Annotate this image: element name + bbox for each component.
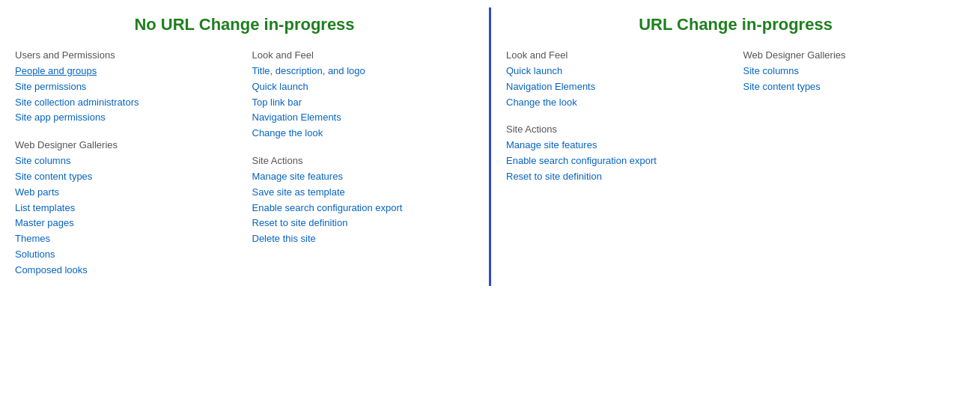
nav-link[interactable]: People and groups [15, 64, 237, 79]
nav-link[interactable]: Site collection administrators [15, 95, 237, 111]
nav-link[interactable]: Title, description, and logo [252, 64, 475, 79]
group-header: Look and Feel [506, 49, 728, 61]
group: Site ActionsManage site featuresEnable s… [506, 124, 728, 184]
nav-link[interactable]: Web parts [15, 185, 237, 201]
left-columns: Users and PermissionsPeople and groupsSi… [15, 49, 474, 278]
right-columns: Look and FeelQuick launchNavigation Elem… [506, 49, 965, 278]
nav-link[interactable]: Change the look [506, 95, 728, 111]
nav-link[interactable]: Site permissions [15, 79, 237, 95]
left-col2: Look and FeelTitle, description, and log… [252, 49, 475, 278]
nav-link[interactable]: Themes [15, 231, 237, 247]
left-col1: Users and PermissionsPeople and groupsSi… [15, 49, 237, 278]
left-title: No URL Change in-progress [15, 15, 474, 34]
nav-link[interactable]: Manage site features [252, 169, 475, 185]
nav-link[interactable]: List templates [15, 201, 237, 216]
nav-link[interactable]: Top link bar [252, 95, 475, 111]
group: Site ActionsManage site featuresSave sit… [252, 155, 475, 247]
left-half: No URL Change in-progress Users and Perm… [0, 7, 491, 286]
nav-link[interactable]: Master pages [15, 216, 237, 231]
nav-link[interactable]: Reset to site definition [506, 169, 728, 185]
group-header: Web Designer Galleries [743, 49, 966, 61]
nav-link[interactable]: Navigation Elements [252, 110, 475, 126]
group-header: Site Actions [506, 124, 728, 135]
nav-link[interactable]: Enable search configuration export [506, 153, 728, 169]
group: Users and PermissionsPeople and groupsSi… [15, 49, 237, 126]
group-header: Look and Feel [252, 49, 475, 61]
nav-link[interactable]: Quick launch [252, 79, 475, 95]
group: Look and FeelQuick launchNavigation Elem… [506, 49, 728, 110]
nav-link[interactable]: Solutions [15, 247, 237, 263]
right-col2: Web Designer GalleriesSite columnsSite c… [743, 49, 966, 278]
nav-link[interactable]: Site columns [15, 153, 237, 169]
right-col1: Look and FeelQuick launchNavigation Elem… [506, 49, 728, 278]
group: Web Designer GalleriesSite columnsSite c… [15, 139, 237, 278]
nav-link[interactable]: Composed looks [15, 263, 237, 278]
nav-link[interactable]: Site content types [743, 79, 966, 95]
group: Web Designer GalleriesSite columnsSite c… [743, 49, 966, 95]
nav-link[interactable]: Site app permissions [15, 110, 237, 126]
nav-link[interactable]: Manage site features [506, 138, 728, 153]
nav-link[interactable]: Site content types [15, 169, 237, 185]
nav-link[interactable]: Enable search configuration export [252, 201, 475, 216]
nav-link[interactable]: Quick launch [506, 64, 728, 79]
nav-link[interactable]: Change the look [252, 126, 475, 141]
right-title: URL Change in-progress [506, 15, 965, 34]
group-header: Site Actions [252, 155, 475, 166]
nav-link[interactable]: Reset to site definition [252, 216, 475, 231]
nav-link[interactable]: Site columns [743, 64, 966, 79]
group-header: Users and Permissions [15, 49, 237, 61]
page-wrapper: No URL Change in-progress Users and Perm… [0, 0, 980, 293]
nav-link[interactable]: Delete this site [252, 231, 475, 247]
nav-link[interactable]: Save site as template [252, 185, 475, 201]
group-header: Web Designer Galleries [15, 139, 237, 150]
group: Look and FeelTitle, description, and log… [252, 49, 475, 141]
right-half: URL Change in-progress Look and FeelQuic… [491, 7, 980, 286]
nav-link[interactable]: Navigation Elements [506, 79, 728, 95]
